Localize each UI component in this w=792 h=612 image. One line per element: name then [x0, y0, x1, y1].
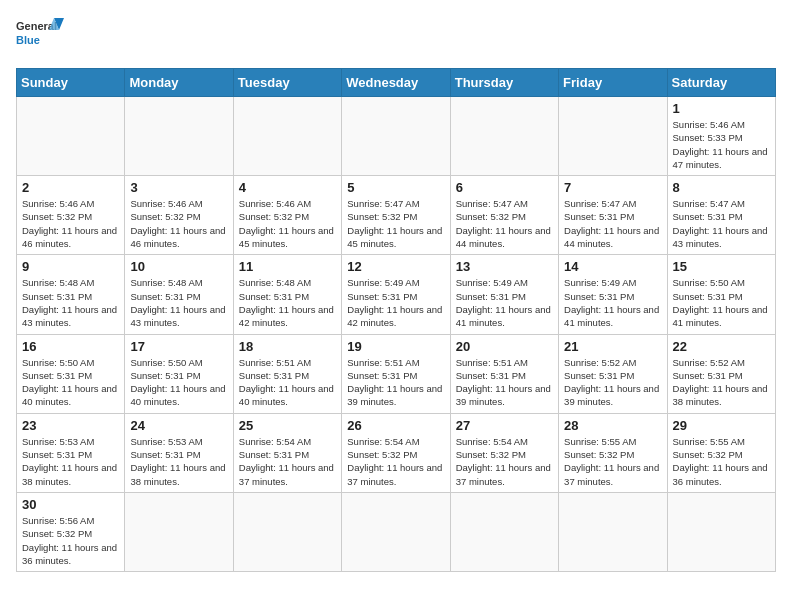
logo-svg: General Blue: [16, 16, 66, 58]
calendar-cell: [342, 492, 450, 571]
calendar-cell: [342, 97, 450, 176]
calendar-cell: 28Sunrise: 5:55 AM Sunset: 5:32 PM Dayli…: [559, 413, 667, 492]
day-number: 6: [456, 180, 553, 195]
day-number: 20: [456, 339, 553, 354]
weekday-header-thursday: Thursday: [450, 69, 558, 97]
calendar-cell: 26Sunrise: 5:54 AM Sunset: 5:32 PM Dayli…: [342, 413, 450, 492]
calendar-cell: 20Sunrise: 5:51 AM Sunset: 5:31 PM Dayli…: [450, 334, 558, 413]
day-number: 16: [22, 339, 119, 354]
calendar-cell: 7Sunrise: 5:47 AM Sunset: 5:31 PM Daylig…: [559, 176, 667, 255]
day-number: 14: [564, 259, 661, 274]
weekday-header-saturday: Saturday: [667, 69, 775, 97]
day-info: Sunrise: 5:48 AM Sunset: 5:31 PM Dayligh…: [239, 276, 336, 329]
day-info: Sunrise: 5:46 AM Sunset: 5:32 PM Dayligh…: [239, 197, 336, 250]
day-info: Sunrise: 5:47 AM Sunset: 5:32 PM Dayligh…: [456, 197, 553, 250]
day-info: Sunrise: 5:53 AM Sunset: 5:31 PM Dayligh…: [130, 435, 227, 488]
header: General Blue: [16, 16, 776, 58]
calendar-week-2: 2Sunrise: 5:46 AM Sunset: 5:32 PM Daylig…: [17, 176, 776, 255]
calendar-cell: [125, 492, 233, 571]
day-info: Sunrise: 5:46 AM Sunset: 5:32 PM Dayligh…: [130, 197, 227, 250]
svg-text:Blue: Blue: [16, 34, 40, 46]
calendar-cell: 15Sunrise: 5:50 AM Sunset: 5:31 PM Dayli…: [667, 255, 775, 334]
day-info: Sunrise: 5:51 AM Sunset: 5:31 PM Dayligh…: [239, 356, 336, 409]
calendar-cell: 22Sunrise: 5:52 AM Sunset: 5:31 PM Dayli…: [667, 334, 775, 413]
calendar-cell: 1Sunrise: 5:46 AM Sunset: 5:33 PM Daylig…: [667, 97, 775, 176]
day-info: Sunrise: 5:54 AM Sunset: 5:32 PM Dayligh…: [347, 435, 444, 488]
calendar-cell: 17Sunrise: 5:50 AM Sunset: 5:31 PM Dayli…: [125, 334, 233, 413]
day-info: Sunrise: 5:55 AM Sunset: 5:32 PM Dayligh…: [673, 435, 770, 488]
day-number: 7: [564, 180, 661, 195]
day-number: 30: [22, 497, 119, 512]
day-info: Sunrise: 5:49 AM Sunset: 5:31 PM Dayligh…: [347, 276, 444, 329]
calendar-cell: 30Sunrise: 5:56 AM Sunset: 5:32 PM Dayli…: [17, 492, 125, 571]
day-info: Sunrise: 5:48 AM Sunset: 5:31 PM Dayligh…: [22, 276, 119, 329]
calendar-cell: 11Sunrise: 5:48 AM Sunset: 5:31 PM Dayli…: [233, 255, 341, 334]
calendar-cell: 8Sunrise: 5:47 AM Sunset: 5:31 PM Daylig…: [667, 176, 775, 255]
calendar-cell: 23Sunrise: 5:53 AM Sunset: 5:31 PM Dayli…: [17, 413, 125, 492]
day-number: 2: [22, 180, 119, 195]
day-info: Sunrise: 5:50 AM Sunset: 5:31 PM Dayligh…: [130, 356, 227, 409]
day-number: 8: [673, 180, 770, 195]
day-number: 28: [564, 418, 661, 433]
day-info: Sunrise: 5:51 AM Sunset: 5:31 PM Dayligh…: [456, 356, 553, 409]
day-number: 1: [673, 101, 770, 116]
day-info: Sunrise: 5:52 AM Sunset: 5:31 PM Dayligh…: [673, 356, 770, 409]
weekday-header-monday: Monday: [125, 69, 233, 97]
day-number: 9: [22, 259, 119, 274]
calendar-cell: 3Sunrise: 5:46 AM Sunset: 5:32 PM Daylig…: [125, 176, 233, 255]
calendar-week-5: 23Sunrise: 5:53 AM Sunset: 5:31 PM Dayli…: [17, 413, 776, 492]
day-number: 10: [130, 259, 227, 274]
calendar-cell: 16Sunrise: 5:50 AM Sunset: 5:31 PM Dayli…: [17, 334, 125, 413]
calendar-week-4: 16Sunrise: 5:50 AM Sunset: 5:31 PM Dayli…: [17, 334, 776, 413]
calendar-week-6: 30Sunrise: 5:56 AM Sunset: 5:32 PM Dayli…: [17, 492, 776, 571]
day-info: Sunrise: 5:51 AM Sunset: 5:31 PM Dayligh…: [347, 356, 444, 409]
calendar-cell: 21Sunrise: 5:52 AM Sunset: 5:31 PM Dayli…: [559, 334, 667, 413]
day-number: 27: [456, 418, 553, 433]
calendar-week-3: 9Sunrise: 5:48 AM Sunset: 5:31 PM Daylig…: [17, 255, 776, 334]
calendar-cell: [233, 492, 341, 571]
day-number: 23: [22, 418, 119, 433]
calendar-cell: [125, 97, 233, 176]
calendar-table: SundayMondayTuesdayWednesdayThursdayFrid…: [16, 68, 776, 572]
calendar-cell: 25Sunrise: 5:54 AM Sunset: 5:31 PM Dayli…: [233, 413, 341, 492]
calendar-cell: [450, 97, 558, 176]
calendar-cell: 13Sunrise: 5:49 AM Sunset: 5:31 PM Dayli…: [450, 255, 558, 334]
day-number: 29: [673, 418, 770, 433]
weekday-header-wednesday: Wednesday: [342, 69, 450, 97]
day-info: Sunrise: 5:47 AM Sunset: 5:31 PM Dayligh…: [673, 197, 770, 250]
day-info: Sunrise: 5:49 AM Sunset: 5:31 PM Dayligh…: [564, 276, 661, 329]
day-number: 15: [673, 259, 770, 274]
calendar-cell: 2Sunrise: 5:46 AM Sunset: 5:32 PM Daylig…: [17, 176, 125, 255]
calendar-cell: [559, 492, 667, 571]
day-number: 4: [239, 180, 336, 195]
calendar-cell: [233, 97, 341, 176]
day-info: Sunrise: 5:52 AM Sunset: 5:31 PM Dayligh…: [564, 356, 661, 409]
calendar-cell: 19Sunrise: 5:51 AM Sunset: 5:31 PM Dayli…: [342, 334, 450, 413]
calendar-cell: 27Sunrise: 5:54 AM Sunset: 5:32 PM Dayli…: [450, 413, 558, 492]
calendar-cell: 14Sunrise: 5:49 AM Sunset: 5:31 PM Dayli…: [559, 255, 667, 334]
day-info: Sunrise: 5:50 AM Sunset: 5:31 PM Dayligh…: [22, 356, 119, 409]
calendar-cell: [17, 97, 125, 176]
calendar-cell: 18Sunrise: 5:51 AM Sunset: 5:31 PM Dayli…: [233, 334, 341, 413]
day-number: 17: [130, 339, 227, 354]
calendar-week-1: 1Sunrise: 5:46 AM Sunset: 5:33 PM Daylig…: [17, 97, 776, 176]
day-info: Sunrise: 5:56 AM Sunset: 5:32 PM Dayligh…: [22, 514, 119, 567]
logo: General Blue: [16, 16, 66, 58]
calendar-cell: 12Sunrise: 5:49 AM Sunset: 5:31 PM Dayli…: [342, 255, 450, 334]
day-info: Sunrise: 5:53 AM Sunset: 5:31 PM Dayligh…: [22, 435, 119, 488]
day-number: 12: [347, 259, 444, 274]
day-info: Sunrise: 5:48 AM Sunset: 5:31 PM Dayligh…: [130, 276, 227, 329]
day-number: 21: [564, 339, 661, 354]
calendar-cell: 4Sunrise: 5:46 AM Sunset: 5:32 PM Daylig…: [233, 176, 341, 255]
day-number: 3: [130, 180, 227, 195]
day-number: 18: [239, 339, 336, 354]
weekday-header-friday: Friday: [559, 69, 667, 97]
day-info: Sunrise: 5:46 AM Sunset: 5:32 PM Dayligh…: [22, 197, 119, 250]
calendar-cell: [667, 492, 775, 571]
calendar-cell: 5Sunrise: 5:47 AM Sunset: 5:32 PM Daylig…: [342, 176, 450, 255]
calendar-cell: 10Sunrise: 5:48 AM Sunset: 5:31 PM Dayli…: [125, 255, 233, 334]
day-number: 22: [673, 339, 770, 354]
day-info: Sunrise: 5:47 AM Sunset: 5:31 PM Dayligh…: [564, 197, 661, 250]
day-number: 25: [239, 418, 336, 433]
day-info: Sunrise: 5:54 AM Sunset: 5:31 PM Dayligh…: [239, 435, 336, 488]
